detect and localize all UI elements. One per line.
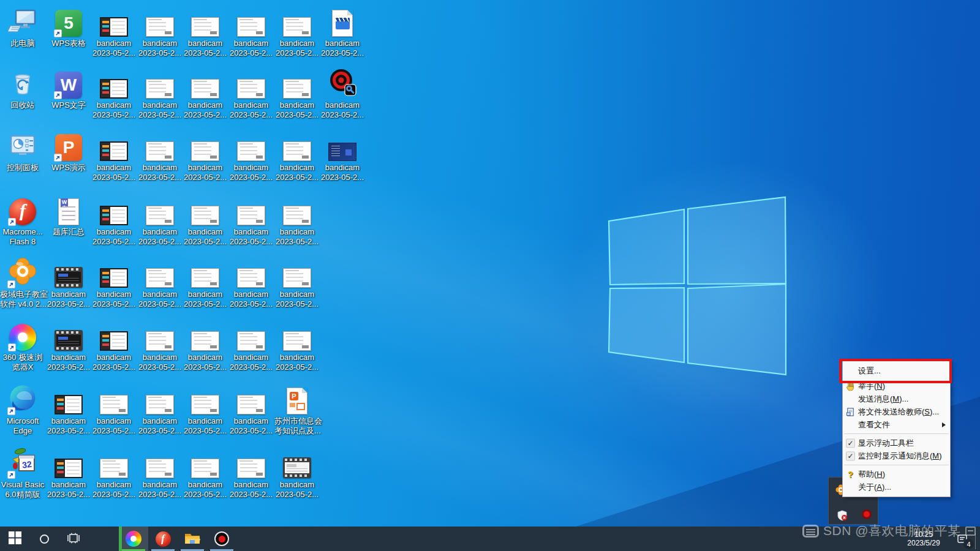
desktop-icon-bandicam-file[interactable]: bandicam2023-05-2... xyxy=(91,129,137,182)
desktop-icon-bandicam-file[interactable]: bandicam2023-05-2... xyxy=(183,129,228,182)
icon-art xyxy=(0,319,45,351)
desktop-icon-bandicam-file[interactable]: bandicam2023-05-2... xyxy=(228,5,274,58)
desktop-icon-bandicam-file[interactable]: bandicam2023-05-2... xyxy=(137,129,183,182)
desktop-icon-bandicam-file[interactable]: bandicam2023-05-2... xyxy=(274,256,320,309)
icon-label: bandicam2023-05-2... xyxy=(183,163,228,182)
desktop-icon-bandicam-file[interactable]: bandicam2023-05-2... xyxy=(228,193,274,247)
desktop-icon-bandicam-file[interactable]: bandicam2023-05-2... xyxy=(274,193,320,247)
icon-art xyxy=(137,319,183,351)
desktop-icon-bandicam-file[interactable]: bandicam2023-05-2... xyxy=(228,256,274,309)
desktop-icon-bandicam-file[interactable]: bandicam2023-05-2... xyxy=(91,319,137,372)
desktop-icon-bandicam-file[interactable]: bandicam2023-05-2... xyxy=(137,5,183,58)
desktop-icon-suzhou-exam-ppt[interactable]: P 苏州市信息会考知识点及... xyxy=(274,383,320,436)
menu-item-label: 将文件发送给教师(S)... xyxy=(858,407,939,418)
desktop-icon-bandicam-file[interactable]: bandicam2023-05-2... xyxy=(46,383,91,436)
menu-item-help[interactable]: ?帮助(H) xyxy=(843,468,950,481)
desktop-icon-bandicam-file[interactable]: bandicam2023-05-2... xyxy=(320,5,365,58)
menu-item-show-floating-toolbar[interactable]: ✓显示浮动工具栏 xyxy=(843,437,950,449)
desktop-icon-bandicam-file[interactable]: bandicam2023-05-2... xyxy=(274,319,320,372)
desktop-icon-visual-basic-6[interactable]: 32 Visual Basic6.0精简版 xyxy=(0,446,45,500)
desktop-icon-bandicam-file[interactable]: bandicam2023-05-2... xyxy=(137,446,183,500)
desktop-icon-bandicam-file[interactable]: bandicam2023-05-2... xyxy=(183,5,228,58)
desktop-icon-bandicam-file[interactable]: bandicam2023-05-2... xyxy=(137,319,183,372)
search-button[interactable] xyxy=(29,527,59,551)
desktop-icon-bandicam-file[interactable]: bandicam2023-05-2... xyxy=(183,67,228,120)
desktop-icon-recycle-bin[interactable]: 回收站 xyxy=(0,67,45,110)
desktop-icon-bandicam-file[interactable]: bandicam2023-05-2... xyxy=(137,256,183,309)
task-view-button[interactable] xyxy=(59,527,88,551)
desktop-icon-wps-present[interactable]: P WPS演示 xyxy=(46,129,91,173)
desktop-icon-bandicam-file[interactable]: bandicam2023-05-2... xyxy=(183,446,228,500)
desktop-icon-bandicam-file[interactable]: bandicam2023-05-2... xyxy=(320,67,365,120)
desktop-icon-bandicam-file[interactable]: bandicam2023-05-2... xyxy=(228,67,274,120)
desktop-icon-bandicam-file[interactable]: bandicam2023-05-2... xyxy=(46,319,91,372)
icon-art: P xyxy=(46,129,91,161)
icon-label: bandicam2023-05-2... xyxy=(91,353,137,372)
menu-item-label: 设置... xyxy=(858,365,881,377)
icon-label: bandicam2023-05-2... xyxy=(274,353,320,372)
desktop-icon-bandicam-file[interactable]: bandicam2023-05-2... xyxy=(274,446,320,500)
desktop-icon-bandicam-file[interactable]: bandicam2023-05-2... xyxy=(183,319,228,372)
desktop-icon-360-speed-browser[interactable]: 360 极速浏览器X xyxy=(0,319,45,372)
desktop-icon-bandicam-file[interactable]: bandicam2023-05-2... xyxy=(274,5,320,58)
icon-label: bandicam2023-05-2... xyxy=(228,353,274,372)
desktop-icon-wps-sheet[interactable]: 5 WPS表格 xyxy=(46,5,91,48)
desktop-icon-bandicam-file[interactable]: bandicam2023-05-2... xyxy=(91,5,137,58)
desktop-icon-this-pc[interactable]: 此电脑 xyxy=(0,5,45,48)
desktop-icon-bandicam-file[interactable]: bandicam2023-05-2... xyxy=(91,256,137,309)
desktop-icon-bandicam-file[interactable]: bandicam2023-05-2... xyxy=(183,383,228,436)
shortcut-arrow-icon xyxy=(54,154,62,162)
desktop-icon-bandicam-file[interactable]: bandicam2023-05-2... xyxy=(137,67,183,120)
icon-art xyxy=(0,5,45,37)
icon-label: bandicam2023-05-2... xyxy=(183,353,228,372)
desktop-icon-bandicam-file[interactable]: bandicam2023-05-2... xyxy=(183,193,228,247)
desktop-icon-bandicam-file[interactable]: bandicam2023-05-2... xyxy=(274,129,320,182)
menu-item-send-file-to-teacher[interactable]: 将文件发送给教师(S)... xyxy=(843,405,950,418)
tray-icon-bandicam-recording[interactable] xyxy=(861,508,873,520)
desktop-icon-bandicam-file[interactable]: bandicam2023-05-2... xyxy=(183,256,228,309)
desktop-icon-macromedia-flash8[interactable]: f Macrome...Flash 8 xyxy=(0,193,45,247)
menu-item-notify-while-monitoring[interactable]: ✓监控时显示通知消息(M) xyxy=(843,449,950,462)
taskbar-app-360-browser[interactable] xyxy=(119,527,148,551)
desktop-icon-bandicam-file[interactable]: bandicam2023-05-2... xyxy=(228,319,274,372)
desktop-icon-wps-writer[interactable]: W WPS文字 xyxy=(46,67,91,110)
icon-art xyxy=(183,319,228,351)
desktop-icon-bandicam-file[interactable]: bandicam2023-05-2... xyxy=(137,193,183,247)
menu-item-about[interactable]: 关于(A)... xyxy=(843,481,950,493)
action-center-button[interactable]: 4 xyxy=(949,527,975,551)
show-desktop-button[interactable] xyxy=(976,527,980,551)
desktop-icon-bandicam-file[interactable]: bandicam2023-05-2... xyxy=(228,446,274,500)
desktop-icon-bandicam-file[interactable]: bandicam2023-05-2... xyxy=(46,256,91,309)
context-menu: 设置... 举手(N)发送消息(M)... 将文件发送给教师(S)...查看文件… xyxy=(842,359,951,497)
desktop-icon-control-panel[interactable]: 控制面板 xyxy=(0,129,45,173)
icon-label: WPS文字 xyxy=(46,100,91,110)
taskbar-app-file-explorer[interactable] xyxy=(178,527,207,551)
desktop-icon-bandicam-file[interactable]: bandicam2023-05-2... xyxy=(320,129,365,182)
desktop-icon-microsoft-edge[interactable]: MicrosoftEdge xyxy=(0,383,45,436)
desktop-icon-bandicam-file[interactable]: bandicam2023-05-2... xyxy=(91,193,137,247)
desktop-icon-bandicam-file[interactable]: bandicam2023-05-2... xyxy=(91,67,137,120)
icon-art xyxy=(320,67,365,99)
desktop-icon-bandicam-file[interactable]: bandicam2023-05-2... xyxy=(91,383,137,436)
icon-art xyxy=(320,5,365,37)
tray-icon-defender-alert[interactable] xyxy=(836,509,848,522)
desktop-icon-jiyu-classroom[interactable]: 极域电子教室软件 v4.0 2... xyxy=(0,256,45,309)
icon-label: bandicam2023-05-2... xyxy=(228,290,274,309)
desktop-icon-bandicam-file[interactable]: bandicam2023-05-2... xyxy=(91,446,137,500)
desktop-icon-bandicam-file[interactable]: bandicam2023-05-2... xyxy=(137,383,183,436)
icon-label: bandicam2023-05-2... xyxy=(46,290,91,309)
desktop-icon-bandicam-file[interactable]: bandicam2023-05-2... xyxy=(274,67,320,120)
taskbar-app-bandicam[interactable] xyxy=(207,527,236,551)
menu-item-view-files[interactable]: 查看文件 xyxy=(843,418,950,431)
desktop-icon-bandicam-file[interactable]: bandicam2023-05-2... xyxy=(228,129,274,182)
icon-label: bandicam2023-05-2... xyxy=(228,163,274,182)
start-button[interactable] xyxy=(0,527,29,551)
taskbar-app-flash-player[interactable]: f xyxy=(148,527,178,551)
desktop-icon-tiku-huizong[interactable]: W 题库汇总 xyxy=(46,193,91,237)
menu-item-raise-hand[interactable]: 举手(N) xyxy=(843,380,950,392)
menu-item-send-message[interactable]: 发送消息(M)... xyxy=(843,392,950,405)
menu-item-settings[interactable]: 设置... xyxy=(843,362,950,380)
taskbar-clock[interactable]: 10:25 2023/5/29 xyxy=(898,530,949,547)
desktop-icon-bandicam-file[interactable]: bandicam2023-05-2... xyxy=(228,383,274,436)
desktop-icon-bandicam-file[interactable]: bandicam2023-05-2... xyxy=(46,446,91,500)
